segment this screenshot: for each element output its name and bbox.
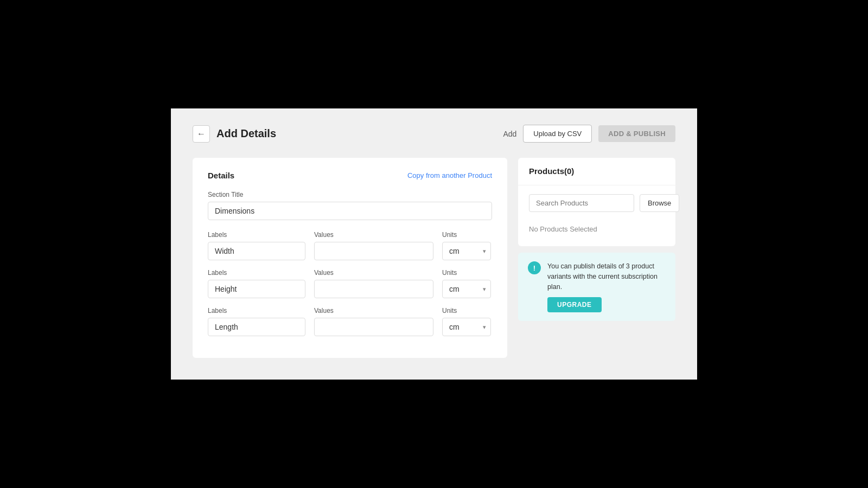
values-label-3: Values: [314, 307, 433, 314]
dimensions-row-2: Labels Values Units cm mm in ft: [208, 269, 492, 298]
units-select-3[interactable]: cm mm in ft: [443, 318, 483, 336]
copy-from-product-link[interactable]: Copy from another Product: [407, 171, 492, 179]
details-section-title: Details: [208, 171, 234, 180]
label-field-group-1: Labels: [208, 231, 305, 260]
units-field-group-3: Units cm mm in ft: [442, 307, 491, 336]
labels-label-3: Labels: [208, 307, 305, 314]
units-field-group-1: Units cm mm in ft: [442, 231, 491, 260]
details-header: Details Copy from another Product: [208, 171, 492, 180]
values-label-1: Values: [314, 231, 433, 239]
header: ← Add Details Add Upload by CSV ADD & PU…: [193, 125, 675, 143]
units-field-group-2: Units cm mm in ft: [442, 269, 491, 298]
labels-label-1: Labels: [208, 231, 305, 239]
main-content: Details Copy from another Product Sectio…: [193, 158, 675, 358]
info-icon: !: [528, 261, 541, 274]
dimensions-row-3: Labels Values Units cm mm in ft: [208, 307, 492, 336]
section-title-input[interactable]: [208, 202, 492, 220]
units-select-wrapper-3: cm mm in ft: [442, 318, 491, 336]
units-select-wrapper-2: cm mm in ft: [442, 280, 491, 298]
header-left: ← Add Details: [193, 125, 276, 143]
dimensions-row-1: Labels Values Units cm mm in ft: [208, 231, 492, 260]
right-column: Products(0) Browse No Products Selected …: [518, 158, 675, 321]
values-label-2: Values: [314, 269, 433, 277]
label-field-group-3: Labels: [208, 307, 305, 336]
units-label-1: Units: [442, 231, 491, 239]
label-input-2[interactable]: [208, 280, 305, 298]
section-title-group: Section Title: [208, 191, 492, 231]
browse-button[interactable]: Browse: [640, 194, 679, 212]
details-panel: Details Copy from another Product Sectio…: [193, 158, 507, 358]
info-text: You can publish details of 3 product var…: [547, 261, 666, 292]
back-button[interactable]: ←: [193, 125, 210, 143]
units-select-1[interactable]: cm mm in ft: [443, 242, 483, 260]
products-panel: Products(0) Browse No Products Selected: [518, 158, 675, 246]
products-title: Products(0): [529, 166, 574, 176]
values-field-group-1: Values: [314, 231, 433, 260]
upgrade-button[interactable]: UPGRADE: [547, 297, 602, 312]
label-field-group-2: Labels: [208, 269, 305, 298]
units-label-3: Units: [442, 307, 491, 314]
labels-label-2: Labels: [208, 269, 305, 277]
no-products-text: No Products Selected: [518, 221, 675, 246]
values-input-3[interactable]: [314, 318, 433, 336]
units-select-2[interactable]: cm mm in ft: [443, 280, 483, 298]
page-title: Add Details: [216, 127, 276, 140]
search-products-input[interactable]: [529, 194, 634, 212]
info-box: ! You can publish details of 3 product v…: [518, 253, 675, 321]
units-select-wrapper-1: cm mm in ft: [442, 242, 491, 260]
values-input-1[interactable]: [314, 242, 433, 260]
add-label: Add: [503, 130, 516, 138]
label-input-3[interactable]: [208, 318, 305, 336]
header-right: Add Upload by CSV ADD & PUBLISH: [503, 125, 675, 143]
products-header: Products(0): [518, 158, 675, 185]
units-label-2: Units: [442, 269, 491, 277]
label-input-1[interactable]: [208, 242, 305, 260]
values-field-group-3: Values: [314, 307, 433, 336]
products-search-area: Browse: [518, 185, 675, 221]
upload-csv-button[interactable]: Upload by CSV: [523, 125, 592, 143]
app-container: ← Add Details Add Upload by CSV ADD & PU…: [171, 108, 697, 380]
section-title-label: Section Title: [208, 191, 492, 198]
values-field-group-2: Values: [314, 269, 433, 298]
values-input-2[interactable]: [314, 280, 433, 298]
add-publish-button[interactable]: ADD & PUBLISH: [598, 125, 675, 142]
info-content: You can publish details of 3 product var…: [547, 261, 666, 312]
